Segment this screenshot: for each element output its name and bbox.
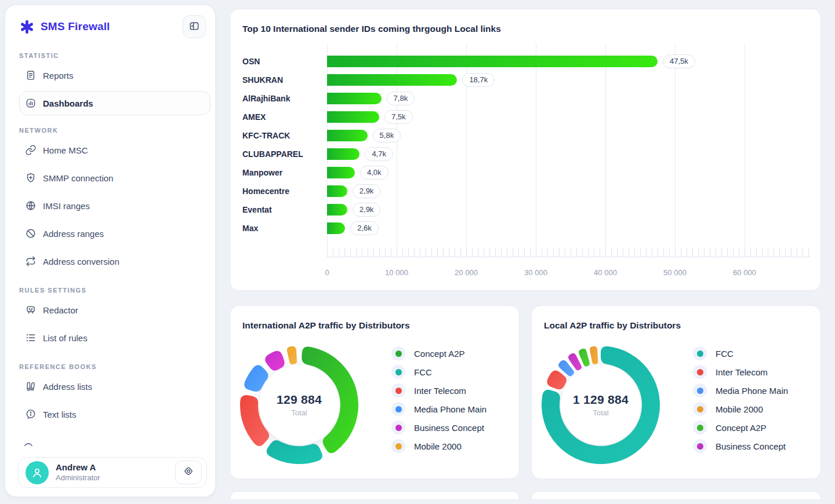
bar-category-label: Homecentre	[242, 187, 327, 196]
legend-swatch	[395, 425, 402, 431]
bar-homecentre	[327, 185, 347, 197]
legend-item-mobile-2000[interactable]: Mobile 2000	[391, 439, 487, 453]
bar-track: 47,5k	[327, 56, 809, 67]
bar-max	[327, 222, 345, 234]
legend-item-fcc[interactable]: FCC	[693, 346, 788, 360]
bar-row: OSN47,5k	[242, 52, 809, 71]
legend-swatch-halo	[693, 346, 707, 360]
bar-category-label: CLUBAPPAREL	[242, 149, 327, 159]
person-icon	[30, 466, 44, 480]
legend-swatch-halo	[391, 365, 405, 379]
x-axis-labels: 010 00020 00030 00040 00050 00060 000	[327, 268, 810, 280]
bar-category-label: AlRajhiBank	[242, 94, 327, 103]
legend-swatch	[395, 350, 402, 357]
bar-track: 2,9k	[327, 185, 809, 197]
nav-section-label: STATISTIC	[19, 52, 210, 59]
x-axis-label: 60 000	[733, 268, 756, 277]
donut-local-title: Local A2P traffic by Distributors	[544, 320, 809, 331]
legend-item-inter-telecom[interactable]: Inter Telecom	[391, 384, 487, 397]
books-icon	[25, 381, 37, 392]
legend-swatch-halo	[391, 346, 405, 360]
legend-item-fcc[interactable]: FCC	[391, 365, 487, 379]
nav-section-label: REFERENCE BOOKS	[19, 363, 210, 370]
sidebar-item-label: IMSI ranges	[43, 201, 90, 211]
legend-item-business-concept[interactable]: Business Concept	[693, 439, 788, 453]
legend-label: Inter Telecom	[716, 367, 768, 377]
bar-category-label: OSN	[242, 57, 327, 66]
sidebar-item-label: Dashboards	[43, 98, 93, 108]
sidebar-item-label: Address conversion	[43, 257, 119, 266]
donut-inner-circle	[561, 365, 641, 445]
sidebar-item-dashboards[interactable]: Dashboards	[19, 91, 210, 115]
user-meta: Andrew A Administrator	[56, 462, 100, 483]
sidebar-item-label: Address lists	[43, 382, 92, 392]
legend-swatch	[395, 369, 402, 375]
bar-row: SHUKRAN18,7k	[242, 71, 809, 89]
bar-track: 4,0k	[327, 167, 809, 178]
legend-swatch-halo	[391, 439, 405, 453]
bar-row: Eventat2,9k	[242, 200, 809, 219]
sidebar-item-address-lists[interactable]: Address lists	[19, 372, 210, 400]
sidebar-item-redactor[interactable]: Redactor	[19, 296, 210, 324]
bar-value-badge: 7,8k	[387, 92, 415, 105]
slash-circle-icon	[25, 228, 37, 239]
legend-item-concept-a2p[interactable]: Concept A2P	[391, 346, 487, 360]
bar-osn	[327, 56, 658, 67]
legend-swatch-halo	[391, 421, 405, 434]
sidebar-item-label: Address ranges	[43, 229, 104, 239]
sidebar-collapse-button[interactable]	[183, 15, 206, 38]
bar-eventat	[327, 204, 347, 216]
legend-swatch	[697, 443, 703, 450]
sidebar-item-imsi-ranges[interactable]: IMSI ranges	[19, 192, 210, 220]
donut-chart	[537, 341, 665, 469]
bar-value-badge: 2,9k	[353, 184, 381, 198]
bar-kfc-track	[327, 130, 368, 141]
legend-swatch-halo	[391, 384, 405, 397]
x-axis-tick-ruler	[327, 248, 810, 257]
bar-category-label: KFC-TRACK	[242, 131, 327, 140]
robot-icon	[25, 304, 37, 316]
sidebar-item-address-ranges[interactable]: Address ranges	[19, 220, 210, 247]
donut-international-legend: Concept A2PFCCInter TelecomMedia Phone M…	[391, 346, 487, 453]
legend-item-inter-telecom[interactable]: Inter Telecom	[693, 365, 788, 379]
sidebar-item-address-conversion[interactable]: Address conversion	[19, 247, 210, 275]
bar-row: Max2,6k	[242, 219, 809, 238]
user-settings-button[interactable]	[175, 461, 202, 484]
bar-category-label: Eventat	[242, 205, 327, 214]
bar-category-label: Max	[242, 224, 327, 233]
shield-plus-icon	[25, 172, 37, 184]
donut-inner-circle	[259, 365, 339, 445]
sidebar-item-home-msc[interactable]: Home MSC	[19, 136, 210, 164]
document-icon	[25, 70, 37, 81]
donut-local-chart: 1 129 884 Total	[537, 341, 665, 469]
legend-item-concept-a2p[interactable]: Concept A2P	[693, 421, 788, 434]
legend-item-media-phone-main[interactable]: Media Phone Main	[391, 402, 487, 416]
legend-swatch	[697, 350, 703, 357]
link-icon	[25, 144, 37, 156]
sidebar-item-smmp-connection[interactable]: SMMP connection	[19, 164, 210, 192]
legend-swatch-halo	[693, 384, 707, 397]
donut-local-card: Local A2P traffic by Distributors 1 129 …	[531, 305, 821, 479]
sidebar-item-label: List of rules	[43, 333, 88, 343]
bar-value-badge: 47,5k	[663, 54, 695, 68]
info-bubble-icon	[25, 408, 37, 420]
bar-category-label: Manpower	[242, 168, 327, 177]
legend-label: Concept A2P	[414, 349, 465, 359]
legend-item-business-concept[interactable]: Business Concept	[391, 421, 487, 434]
legend-label: Business Concept	[414, 423, 484, 433]
clipped-sidebar-icon	[23, 441, 34, 446]
sidebar-item-text-lists[interactable]: Text lists	[19, 400, 210, 428]
sidebar-item-list-of-rules[interactable]: List of rules	[19, 324, 210, 352]
bar-track: 2,9k	[327, 204, 809, 216]
repeat-icon	[25, 255, 37, 267]
bar-value-badge: 18,7k	[462, 73, 495, 87]
legend-label: FCC	[414, 367, 432, 377]
legend-item-mobile-2000[interactable]: Mobile 2000	[693, 402, 788, 416]
sidebar-header: SMS Firewall	[5, 5, 215, 38]
sidebar-item-reports[interactable]: Reports	[19, 61, 210, 89]
bar-track: 2,6k	[327, 222, 809, 234]
legend-item-media-phone-main[interactable]: Media Phone Main	[693, 384, 788, 397]
sidebar-item-label: SMMP connection	[43, 173, 113, 183]
legend-swatch-halo	[693, 421, 707, 434]
sidebar-item-label: Text lists	[43, 410, 77, 419]
